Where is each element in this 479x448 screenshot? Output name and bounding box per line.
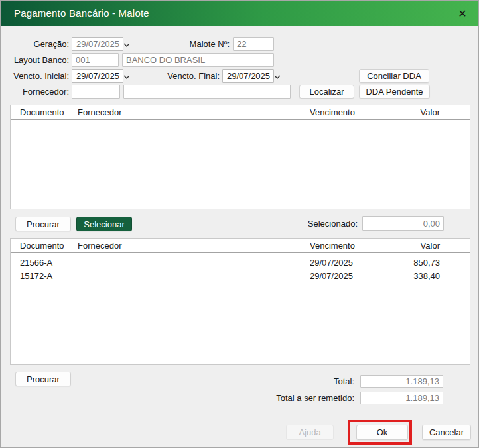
table-row[interactable]: 21566-A 29/07/2025 850,73 [11,256,470,270]
selecionado-label: Selecionado: [291,217,358,231]
vencto-final-label: Vencto. Final: [153,69,220,83]
cell-vencimento: 29/07/2025 [310,256,353,270]
layout-banco-name-input[interactable] [122,53,274,67]
available-documents-table[interactable]: Documento Fornecedor Vencimento Valor [10,105,470,209]
cell-valor: 850,73 [413,256,440,270]
cancelar-button[interactable]: Cancelar [422,425,471,440]
total-remetido-input[interactable] [360,392,443,404]
available-table-header: Documento Fornecedor Vencimento Valor [11,105,470,120]
chevron-down-icon [123,71,130,81]
layout-banco-label: Layout Banco: [1,53,69,67]
malote-label: Malote Nº: [160,37,230,51]
dda-pendente-button[interactable]: DDA Pendente [359,85,430,99]
col-fornecedor: Fornecedor [78,239,121,253]
cell-documento: 15172-A [20,270,52,283]
cell-vencimento: 29/07/2025 [310,270,353,283]
vencto-final-dropdown[interactable]: 29/07/2025 [222,69,274,83]
vencto-inicial-label: Vencto. Inicial: [1,69,69,83]
ok-label-accesskey: k [383,427,388,437]
procurar-top-button[interactable]: Procurar [15,217,71,231]
col-vencimento: Vencimento [310,105,355,120]
col-fornecedor: Fornecedor [78,105,121,120]
selecionar-button[interactable]: Selecionar [76,217,132,231]
geracao-label: Geração: [1,37,69,51]
selected-table-header: Documento Fornecedor Vencimento Valor [11,239,470,253]
vencto-inicial-dropdown[interactable]: 29/07/2025 [72,69,123,83]
pagamento-bancario-dialog: Pagamento Bancário - Malote ✕ Geração: 2… [0,0,479,448]
geracao-date-dropdown[interactable]: 29/07/2025 [72,37,123,51]
col-valor: Valor [421,239,440,253]
cell-documento: 21566-A [20,256,52,270]
window-title: Pagamento Bancário - Malote [14,1,149,26]
localizar-button[interactable]: Localizar [299,85,354,99]
close-icon[interactable]: ✕ [456,1,469,26]
vencto-final-value: 29/07/2025 [227,71,270,81]
total-input[interactable] [360,375,443,388]
titlebar: Pagamento Bancário - Malote ✕ [1,1,478,26]
procurar-bottom-button[interactable]: Procurar [15,372,71,386]
ok-button[interactable]: Ok [356,425,408,440]
vencto-inicial-value: 29/07/2025 [76,71,119,81]
fornecedor-code-input[interactable] [72,85,120,99]
selecionado-input[interactable] [362,216,444,231]
col-valor: Valor [421,105,440,120]
fornecedor-name-input[interactable] [123,85,291,99]
col-documento: Documento [20,239,64,253]
chevron-down-icon [123,39,130,49]
cell-valor: 338,40 [413,270,440,283]
chevron-down-icon [274,71,281,81]
selected-documents-table[interactable]: Documento Fornecedor Vencimento Valor 21… [10,238,470,365]
layout-banco-code-input[interactable] [72,53,119,67]
total-remetido-label: Total a ser remetido: [233,392,354,404]
col-documento: Documento [20,105,64,120]
fornecedor-label: Fornecedor: [1,85,69,99]
conciliar-dda-button[interactable]: Conciliar DDA [359,69,429,83]
total-label: Total: [233,375,354,388]
col-vencimento: Vencimento [310,239,355,253]
table-row[interactable]: 15172-A 29/07/2025 338,40 [11,270,470,283]
ok-label-prefix: O [377,427,383,437]
ajuda-button: Ajuda [286,425,334,440]
malote-input[interactable] [233,37,274,51]
geracao-date-value: 29/07/2025 [76,39,119,49]
